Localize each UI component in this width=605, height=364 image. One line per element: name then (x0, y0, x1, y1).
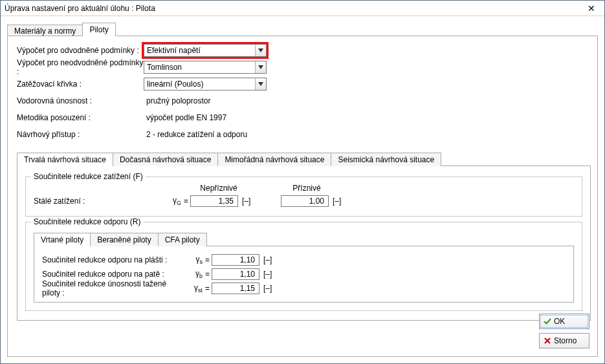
chevron-down-icon (255, 61, 266, 73)
value-approach: 2 - redukce zatížení a odporu (144, 128, 267, 141)
unit: [–] (238, 197, 255, 206)
dialog-footer: OK Storno (539, 314, 589, 348)
tab-label: Vrtané piloty (41, 235, 83, 244)
button-label: Storno (554, 336, 577, 345)
ok-button[interactable]: OK (539, 314, 589, 329)
unit: [–] (259, 270, 276, 279)
design-situation-tabstrip: Trvalá návrhová situace Dočasná návrhová… (17, 151, 591, 166)
tab-label: Beraněné piloty (97, 235, 151, 244)
combo-value: 2 - redukce zatížení a odporu (146, 130, 247, 139)
col-adverse: Nepříznivé (190, 184, 247, 193)
ptab-cfa[interactable]: CFA piloty (158, 233, 207, 246)
col-favorable: Příznivé (278, 184, 335, 193)
content-area: Materiály a normy Piloty Výpočet pro odv… (1, 16, 604, 363)
label-loadcurve: Zatěžovací křivka : (17, 80, 144, 89)
symbol-gamma-s: γs (184, 255, 205, 265)
label-gamma-st: Součinitel redukce únosnosti tažené pilo… (42, 279, 184, 297)
row-method: Metodika posouzení : výpočet podle EN 19… (17, 110, 591, 125)
label-gamma-b: Součinitel redukce odporu na patě : (42, 270, 184, 279)
tab-label: Mimořádná návrhová situace (225, 155, 324, 164)
input-gammaG-favorable[interactable]: 1,00 (281, 195, 329, 207)
chevron-down-icon (255, 78, 266, 90)
group-reduction-resistance: Součinitele redukce odporu (R) Vrtané pi… (25, 222, 582, 311)
dstab-permanent[interactable]: Trvalá návrhová situace (17, 153, 113, 166)
design-situation-tabs-wrap: Trvalá návrhová situace Dočasná návrhová… (17, 151, 591, 321)
label-approach: Návrhový přístup : (17, 130, 144, 139)
input-gamma-s[interactable]: 1,10 (212, 254, 259, 266)
value-method: výpočet podle EN 1997 (144, 111, 267, 124)
label-method: Metodika posouzení : (17, 113, 144, 122)
row-permanent-load: Stálé zatížení : γG = 1,35 [–] 1,00 [–] (34, 194, 574, 208)
unit: [–] (259, 284, 276, 293)
combo-value: Tomlinson (147, 63, 182, 72)
row-approach: Návrhový přístup : 2 - redukce zatížení … (17, 127, 591, 142)
combo-loadcurve[interactable]: lineární (Poulos) (144, 78, 267, 91)
combo-value: pružný poloprostor (146, 96, 210, 105)
chevron-down-icon (255, 45, 266, 56)
dstab-temporary[interactable]: Dočasná návrhová situace (113, 153, 218, 166)
symbol-gamma-b: γb (184, 269, 205, 279)
tab-label: Dočasná návrhová situace (120, 155, 211, 164)
ptab-driven[interactable]: Beraněné piloty (90, 233, 158, 246)
group-reduction-load: Součinitele redukce zatížení (F) Nepřízn… (25, 177, 582, 217)
check-icon (544, 317, 551, 325)
tab-label: Piloty (89, 25, 108, 34)
coef-header: Nepříznivé Příznivé (190, 184, 574, 193)
input-gamma-st[interactable]: 1,15 (212, 283, 259, 294)
input-gammaG-adverse[interactable]: 1,35 (190, 195, 238, 207)
dstab-extraordinary[interactable]: Mimořádná návrhová situace (217, 153, 331, 166)
group-legend: Součinitele redukce odporu (R) (31, 217, 143, 226)
row-undrained: Výpočet pro neodvodněné podmínky : Tomli… (17, 59, 591, 75)
unit: [–] (259, 255, 276, 264)
tab-label: Seismická návrhová situace (338, 155, 434, 164)
value-horizontal: pružný poloprostor (144, 94, 267, 107)
row-gamma-s: Součinitel redukce odporu na plášti : γs… (42, 253, 566, 267)
tab-label: CFA piloty (165, 235, 200, 244)
pile-type-tabstrip: Vrtané piloty Beraněné piloty CFA piloty (34, 231, 574, 246)
tab-piles-body: Výpočet pro odvodněné podmínky : Efektiv… (7, 36, 598, 357)
equals: = (205, 284, 212, 293)
equals: = (184, 197, 190, 206)
tab-label: Materiály a normy (14, 27, 76, 36)
col-gap (247, 184, 278, 193)
row-gamma-st: Součinitel redukce únosnosti tažené pilo… (42, 281, 566, 295)
tab-piles[interactable]: Piloty (82, 23, 115, 36)
tab-label: Trvalá návrhová situace (24, 155, 106, 164)
titlebar: Úprava nastavení pro aktuální úlohu : Pi… (1, 1, 604, 16)
label-drained: Výpočet pro odvodněné podmínky : (17, 46, 144, 55)
design-situation-body: Součinitele redukce zatížení (F) Nepřízn… (17, 166, 591, 321)
window-title: Úprava nastavení pro aktuální úlohu : Pi… (5, 4, 155, 13)
combo-undrained[interactable]: Tomlinson (144, 61, 267, 74)
button-label: OK (554, 317, 565, 326)
symbol-gamma-st: γst (184, 283, 205, 294)
cancel-button[interactable]: Storno (539, 333, 589, 348)
equals: = (205, 270, 212, 279)
label-horizontal: Vodorovná únosnost : (17, 96, 144, 105)
combo-value: lineární (Poulos) (147, 80, 203, 89)
row-loadcurve: Zatěžovací křivka : lineární (Poulos) (17, 76, 591, 92)
symbol-gammaG: γG (163, 196, 184, 206)
equals: = (205, 255, 212, 264)
combo-value: výpočet podle EN 1997 (146, 113, 226, 122)
label-permanent-load: Stálé zatížení : (34, 197, 163, 206)
top-tabstrip: Materiály a normy Piloty (7, 21, 598, 36)
label-gamma-s: Součinitel redukce odporu na plášti : (42, 255, 184, 264)
unit: [–] (329, 197, 346, 206)
dialog-window: Úprava nastavení pro aktuální úlohu : Pi… (0, 0, 605, 364)
input-gamma-b[interactable]: 1,10 (212, 268, 259, 280)
pile-type-body: Součinitel redukce odporu na plášti : γs… (34, 246, 574, 303)
ptab-bored[interactable]: Vrtané piloty (34, 233, 91, 246)
group-legend: Součinitele redukce zatížení (F) (31, 172, 146, 181)
combo-drained[interactable]: Efektivní napětí (144, 44, 267, 57)
row-horizontal: Vodorovná únosnost : pružný poloprostor (17, 93, 591, 109)
row-drained: Výpočet pro odvodněné podmínky : Efektiv… (17, 43, 591, 58)
dstab-seismic[interactable]: Seismická návrhová situace (331, 153, 441, 166)
close-button[interactable]: ✕ (578, 1, 604, 16)
combo-value: Efektivní napětí (147, 46, 201, 55)
label-undrained: Výpočet pro neodvodněné podmínky : (17, 58, 144, 76)
cross-icon (544, 337, 551, 345)
close-icon: ✕ (588, 3, 595, 14)
